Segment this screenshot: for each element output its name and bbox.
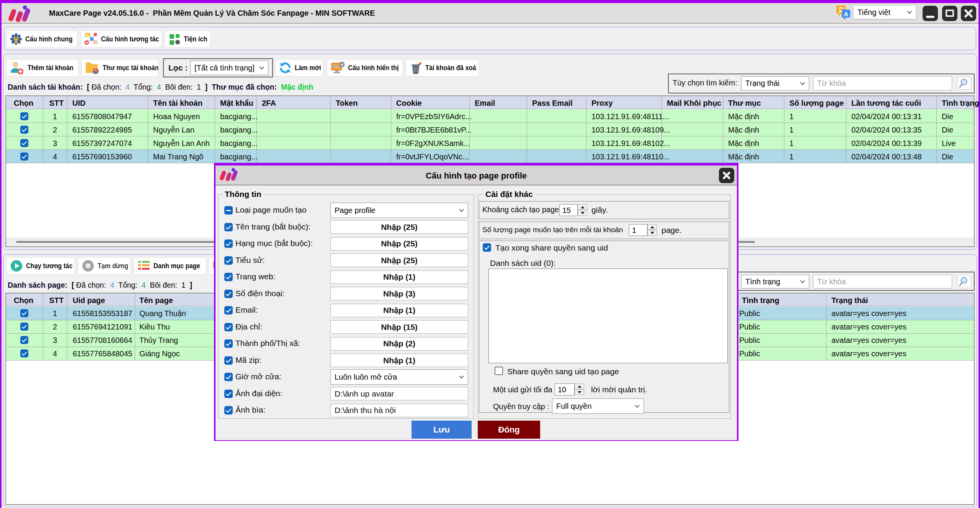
svg-text:A: A bbox=[844, 11, 848, 18]
